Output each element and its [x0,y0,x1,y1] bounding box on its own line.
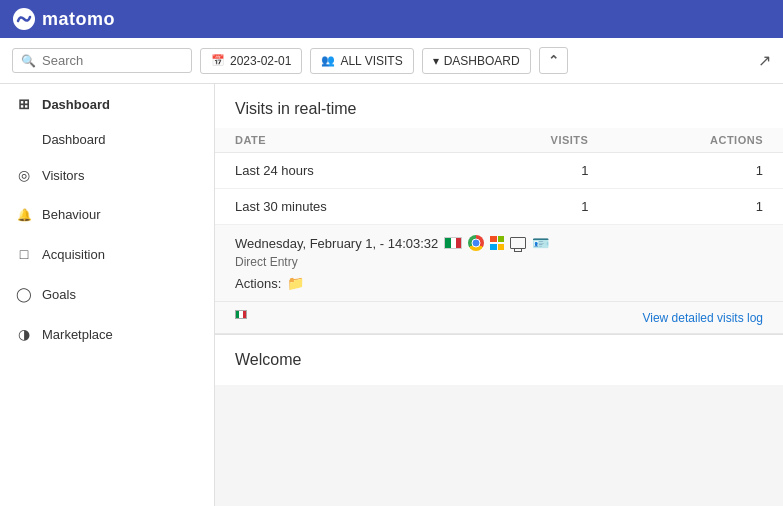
table-row: Last 24 hours 1 1 [215,153,783,189]
sidebar: ⊞ Dashboard Dashboard ◎ Visitors 🔔 Behav… [0,84,215,506]
folder-icon: 📁 [287,275,304,291]
visitor-actions-row: Actions: 📁 [235,275,763,291]
row-date-1: Last 24 hours [215,153,462,189]
table-row: Last 30 minutes 1 1 [215,189,783,225]
browser-chrome-icon [468,235,484,251]
bottom-flag-row [235,310,247,319]
sidebar-sub-dashboard-label: Dashboard [42,132,106,147]
chevron-icon: ▾ [433,54,439,68]
sidebar-label-marketplace: Marketplace [42,327,113,342]
matomo-logo-icon [12,7,36,31]
visitor-detail: Wednesday, February 1, - 14:03:32 [215,225,783,302]
row-visits-1: 1 [462,153,608,189]
arrow-up-icon: ⌃ [548,53,559,68]
device-desktop-icon [510,237,526,249]
welcome-card: Welcome [215,335,783,385]
view-log-link[interactable]: View detailed visits log [642,311,763,325]
content-area: Visits in real-time DATE VISITS ACTIONS … [215,84,783,506]
country-flag-italy [444,237,462,249]
logo-text: matomo [42,9,115,30]
os-windows-icon [490,236,504,250]
toolbar: 🔍 📅 2023-02-01 👥 ALL VISITS ▾ DASHBOARD … [0,38,783,84]
realtime-title: Visits in real-time [235,100,357,117]
sidebar-label-behaviour: Behaviour [42,207,101,222]
sidebar-label-goals: Goals [42,287,76,302]
row-actions-1: 1 [608,153,783,189]
realtime-card-header: Visits in real-time [215,84,783,128]
dashboard-button[interactable]: ▾ DASHBOARD [422,48,531,74]
row-actions-2: 1 [608,189,783,225]
calendar-icon: 📅 [211,54,225,67]
visitor-source: Direct Entry [235,255,763,269]
sidebar-item-dashboard[interactable]: ⊞ Dashboard [0,84,214,124]
col-visits: VISITS [462,128,608,153]
sidebar-sub-dashboard[interactable]: Dashboard [0,124,214,155]
visitor-datetime: Wednesday, February 1, - 14:03:32 [235,236,438,251]
sidebar-item-goals[interactable]: ◯ Goals [0,274,214,314]
visits-table: DATE VISITS ACTIONS Last 24 hours 1 1 La… [215,128,783,225]
col-date: DATE [215,128,462,153]
collapse-button[interactable]: ⌃ [539,47,568,74]
actions-label: Actions: [235,276,281,291]
search-icon: 🔍 [21,54,36,68]
sidebar-label-dashboard: Dashboard [42,97,110,112]
sidebar-item-marketplace[interactable]: ◑ Marketplace [0,314,214,354]
cursor-indicator: ↗ [758,51,771,70]
col-actions: ACTIONS [608,128,783,153]
bell-icon: 🔔 [16,208,32,222]
welcome-title: Welcome [235,351,763,369]
search-box[interactable]: 🔍 [12,48,192,73]
sidebar-item-acquisition[interactable]: □ Acquisition [0,234,214,274]
row-date-2: Last 30 minutes [215,189,462,225]
top-navigation: matomo [0,0,783,38]
all-visits-button[interactable]: 👥 ALL VISITS [310,48,413,74]
marketplace-icon: ◑ [16,326,32,342]
visitors-icon: ◎ [16,167,32,183]
view-log-row: View detailed visits log [215,302,783,334]
users-icon: 👥 [321,54,335,67]
grid-icon: ⊞ [16,96,32,112]
sidebar-label-visitors: Visitors [42,168,84,183]
table-header-row: DATE VISITS ACTIONS [215,128,783,153]
date-label: 2023-02-01 [230,54,291,68]
user-type-icon: 🪪 [532,235,549,251]
sidebar-label-acquisition: Acquisition [42,247,105,262]
realtime-card: Visits in real-time DATE VISITS ACTIONS … [215,84,783,335]
date-picker-button[interactable]: 📅 2023-02-01 [200,48,302,74]
sidebar-item-behaviour[interactable]: 🔔 Behaviour [0,195,214,234]
visitor-detail-header: Wednesday, February 1, - 14:03:32 [235,235,763,251]
acquisition-icon: □ [16,246,32,262]
search-input[interactable] [42,53,183,68]
logo[interactable]: matomo [12,7,115,31]
row-visits-2: 1 [462,189,608,225]
sidebar-item-visitors[interactable]: ◎ Visitors [0,155,214,195]
main-layout: ⊞ Dashboard Dashboard ◎ Visitors 🔔 Behav… [0,84,783,506]
goals-icon: ◯ [16,286,32,302]
dashboard-label: DASHBOARD [444,54,520,68]
all-visits-label: ALL VISITS [340,54,402,68]
bottom-country-flag [235,310,247,319]
